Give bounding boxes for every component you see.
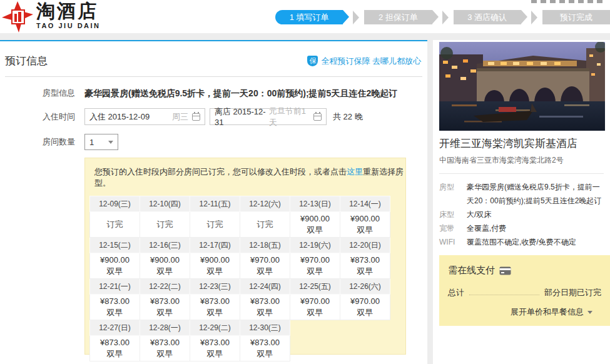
payment-box: 需在线支付 总计 部分日期已订完 展开单价和早餐信息 bbox=[439, 255, 610, 326]
calendar-price-cell[interactable]: ¥900.00双早 bbox=[290, 212, 340, 238]
detail-label: 房型 bbox=[439, 180, 462, 208]
calendar-date-cell[interactable]: 12-18(五) bbox=[240, 238, 290, 253]
calendar-date-cell[interactable]: 12-15(二) bbox=[90, 238, 140, 253]
calendar-date-cell[interactable]: 12-13(日) bbox=[290, 196, 340, 212]
meal-plan: 双早 bbox=[190, 307, 240, 318]
calendar-date-cell[interactable]: 12-16(三) bbox=[140, 238, 190, 253]
calendar-price-cell[interactable]: ¥873.00双早 bbox=[90, 295, 140, 320]
step-1: 1 填写订单 bbox=[275, 10, 343, 24]
calendar-price-cell[interactable]: ¥873.00双早 bbox=[90, 336, 140, 361]
price-calendar-table: 12-09(三)12-10(四)12-11(五)12-12(六)12-13(日)… bbox=[89, 196, 390, 361]
detail-value: 全覆盖,付费 bbox=[467, 221, 506, 235]
hotel-name: 开维三亚海棠湾凯宾斯基酒店 bbox=[439, 136, 604, 151]
calendar-date-cell[interactable]: 12-29(二) bbox=[190, 320, 240, 336]
detail-value: 大/双床 bbox=[467, 208, 491, 221]
detail-value: 覆盖范围不确定,收费/免费不确定 bbox=[467, 235, 576, 249]
calendar-price-cell[interactable]: ¥873.00双早 bbox=[190, 336, 240, 361]
calendar-price-cell[interactable]: ¥970.00双早 bbox=[340, 295, 390, 320]
expand-price-breakfast-link[interactable]: 展开单价和早餐信息 bbox=[448, 306, 601, 318]
calendar-price-cell[interactable]: ¥873.00双早 bbox=[140, 336, 190, 361]
calendar-price-cell[interactable]: ¥873.00双早 bbox=[240, 336, 290, 361]
calendar-price-cell[interactable]: ¥873.00双早 bbox=[140, 295, 190, 320]
calendar-date-cell[interactable]: 12-25(五) bbox=[290, 279, 340, 295]
meal-plan: 双早 bbox=[240, 266, 290, 277]
calendar-price-cell[interactable]: ¥873.00双早 bbox=[340, 253, 390, 279]
calendar-price-cell[interactable]: ¥873.00双早 bbox=[240, 295, 290, 320]
calendar-date-cell[interactable]: 12-20(日) bbox=[340, 238, 390, 253]
detail-label: 宽带 bbox=[439, 221, 462, 235]
meal-plan: 双早 bbox=[340, 225, 390, 236]
chevron-down-icon bbox=[587, 311, 592, 314]
calendar-price-cell[interactable]: ¥970.00双早 bbox=[290, 295, 340, 320]
hotel-detail-row: WIFI覆盖范围不确定,收费/免费不确定 bbox=[439, 235, 606, 249]
calendar-price-cell[interactable]: ¥970.00双早 bbox=[290, 253, 340, 279]
room-count-select[interactable]: 1 bbox=[84, 134, 118, 150]
calendar-icon bbox=[313, 113, 322, 121]
checkout-date-input[interactable]: 离店 2015-12-31 元旦节前1天 bbox=[210, 108, 327, 125]
hotel-details: 房型豪华园景房(赠送免税店9.5折卡，提前一天20：00前预约);提前5天且连住… bbox=[439, 180, 606, 249]
dotted-leader bbox=[469, 288, 539, 295]
checkin-date-input[interactable]: 入住 2015-12-09 周三 bbox=[84, 108, 205, 125]
calendar-date-cell[interactable]: 12-24(四) bbox=[240, 279, 290, 295]
calendar-date-cell[interactable]: 12-27(日) bbox=[90, 320, 140, 336]
price-value: ¥873.00 bbox=[240, 296, 290, 306]
calendar-price-cell[interactable]: ¥900.00双早 bbox=[190, 253, 240, 279]
detail-label: 床型 bbox=[439, 208, 462, 221]
calendar-date-cell[interactable]: 12-28(一) bbox=[140, 320, 190, 336]
calendar-date-cell[interactable]: 12-21(一) bbox=[90, 279, 140, 295]
hotel-summary-panel: 开维三亚海棠湾凯宾斯基酒店 中国海南省三亚市海棠湾海棠北路2号 房型豪华园景房(… bbox=[433, 40, 610, 364]
calendar-date-cell[interactable]: 12-26(六) bbox=[340, 279, 390, 295]
step-arrow-icon bbox=[442, 11, 449, 24]
calendar-soldout-cell[interactable]: 订完 bbox=[90, 212, 140, 238]
calendar-date-cell[interactable]: 12-14(一) bbox=[340, 196, 390, 212]
calendar-date-cell[interactable]: 12-09(三) bbox=[90, 196, 140, 212]
meal-plan: 双早 bbox=[90, 348, 140, 360]
price-value: ¥900.00 bbox=[340, 214, 390, 223]
availability-notice-text: 您预订的入住时段内部分房间已订完，您可以修改入住时段，或者点击这里重新选择房型。 bbox=[94, 166, 405, 189]
calendar-price-cell[interactable]: ¥873.00双早 bbox=[190, 295, 240, 320]
site-logo[interactable]: 淘酒店 TAO JIU DAIN bbox=[1, 1, 101, 33]
bank-card-icon bbox=[499, 266, 511, 275]
detail-value: 豪华园景房(赠送免税店9.5折卡，提前一天20：00前预约);提前5天且连住2晚… bbox=[467, 180, 606, 208]
meal-plan: 双早 bbox=[290, 225, 340, 236]
step-4: 预订完成 bbox=[542, 10, 610, 24]
calendar-price-cell[interactable]: ¥900.00双早 bbox=[90, 253, 140, 279]
total-status: 部分日期已订完 bbox=[544, 287, 601, 298]
calendar-soldout-cell[interactable]: 订完 bbox=[240, 212, 290, 238]
meal-plan: 双早 bbox=[290, 307, 340, 318]
calendar-price-cell[interactable]: ¥900.00双早 bbox=[140, 253, 190, 279]
room-count-label: 房间数量 bbox=[0, 136, 84, 148]
availability-notice-panel: 您预订的入住时段内部分房间已订完，您可以修改入住时段，或者点击这里重新选择房型。… bbox=[84, 158, 406, 355]
price-value: ¥873.00 bbox=[140, 296, 190, 306]
guarantee-banner[interactable]: 保 全程预订保障 去哪儿都放心 bbox=[307, 56, 421, 67]
calendar-soldout-cell[interactable]: 订完 bbox=[140, 212, 190, 238]
calendar-date-cell[interactable]: 12-10(四) bbox=[140, 196, 190, 212]
calendar-date-cell[interactable]: 12-11(五) bbox=[190, 196, 240, 212]
guarantee-text: 全程预订保障 去哪儿都放心 bbox=[321, 56, 421, 67]
calendar-date-cell[interactable]: 12-12(六) bbox=[240, 196, 290, 212]
meal-plan: 双早 bbox=[340, 266, 390, 277]
calendar-date-cell[interactable]: 12-23(三) bbox=[190, 279, 240, 295]
step-2: 2 担保订单 bbox=[364, 10, 432, 24]
calendar-date-cell[interactable]: 12-30(三) bbox=[240, 320, 290, 336]
checkin-date-value: 入住 2015-12-09 bbox=[89, 111, 150, 123]
price-value: ¥970.00 bbox=[290, 296, 340, 306]
calendar-price-cell[interactable]: ¥900.00双早 bbox=[340, 212, 390, 238]
calendar-date-cell[interactable]: 12-19(六) bbox=[290, 238, 340, 253]
payment-title: 需在线支付 bbox=[448, 265, 495, 276]
calendar-price-cell[interactable]: ¥970.00双早 bbox=[240, 253, 290, 279]
reselect-room-link[interactable]: 这里 bbox=[347, 167, 363, 176]
calendar-date-cell[interactable]: 12-17(四) bbox=[190, 238, 240, 253]
sidebar-divider bbox=[439, 173, 604, 174]
title-divider bbox=[5, 76, 422, 77]
price-value: ¥970.00 bbox=[240, 255, 290, 265]
logo-text-cn: 淘酒店 bbox=[36, 1, 101, 22]
calendar-icon bbox=[192, 113, 200, 121]
chevron-down-icon bbox=[108, 141, 113, 144]
price-value: ¥970.00 bbox=[340, 296, 390, 306]
calendar-soldout-cell[interactable]: 订完 bbox=[190, 212, 240, 238]
room-type-label: 房型信息 bbox=[0, 86, 84, 100]
calendar-date-cell[interactable]: 12-22(二) bbox=[140, 279, 190, 295]
hotel-address: 中国海南省三亚市海棠湾海棠北路2号 bbox=[439, 155, 604, 166]
hotel-detail-row: 床型大/双床 bbox=[439, 208, 606, 221]
